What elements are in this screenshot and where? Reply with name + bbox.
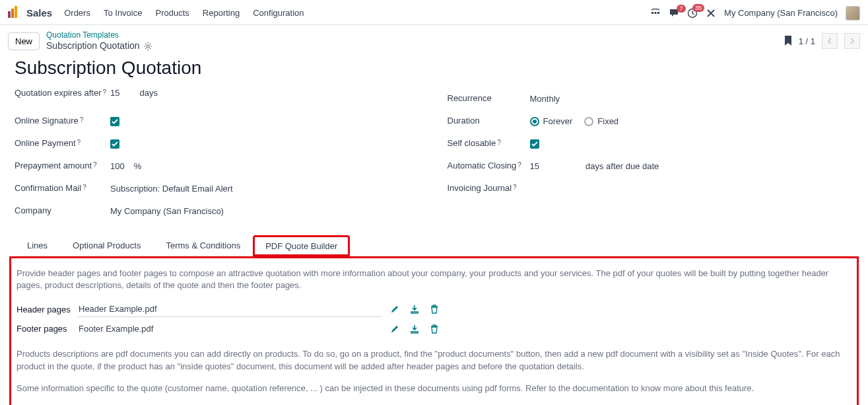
nav-reporting[interactable]: Reporting (203, 8, 240, 18)
help-icon[interactable]: ? (77, 138, 81, 149)
breadcrumb-parent[interactable]: Quotation Templates (46, 30, 152, 40)
shortcut-icon[interactable] (650, 9, 661, 18)
nav-orders[interactable]: Orders (64, 8, 90, 18)
download-header-icon[interactable] (410, 305, 419, 314)
value-mail[interactable]: Subscription: Default Email Alert (110, 184, 233, 194)
label-signature: Online Signature? (15, 116, 110, 127)
footer-pages-row: Footer pages (17, 321, 851, 336)
app-name[interactable]: Sales (26, 7, 52, 18)
form-body: Quotation expires after? 15 days Online … (0, 85, 868, 223)
label-footer-pages: Footer pages (17, 324, 77, 334)
new-button[interactable]: New (8, 32, 40, 50)
checkbox-selfclose[interactable] (530, 139, 539, 149)
app-logo-icon (8, 6, 20, 20)
label-header-pages: Header pages (17, 305, 77, 314)
nav-configuration[interactable]: Configuration (253, 8, 304, 18)
svg-rect-5 (657, 12, 659, 14)
svg-rect-2 (15, 6, 17, 18)
delete-footer-icon[interactable] (430, 324, 439, 334)
help-icon[interactable]: ? (93, 161, 97, 172)
label-payment: Online Payment? (15, 138, 110, 149)
breadcrumb-current-text: Subscription Quotation (46, 40, 140, 52)
svg-rect-0 (8, 11, 11, 18)
nav-products[interactable]: Products (155, 8, 189, 18)
bookmark-icon[interactable] (784, 36, 792, 46)
unit-prepayment: % (134, 161, 142, 171)
help-icon[interactable]: ? (83, 183, 86, 194)
value-expires[interactable]: 15 (110, 88, 119, 98)
label-duration: Duration (448, 116, 530, 127)
breadcrumb-current: Subscription Quotation (46, 40, 152, 52)
nav-to-invoice[interactable]: To Invoice (104, 8, 143, 18)
pager-counter[interactable]: 1 / 1 (799, 36, 815, 46)
label-journal: Invoicing Journal? (448, 183, 530, 194)
edit-footer-icon[interactable] (390, 324, 399, 334)
page-title: Subscription Quotation (0, 57, 868, 85)
tab-pdf-quote-builder[interactable]: PDF Quote Builder (253, 235, 350, 256)
help-icon[interactable]: ? (80, 116, 84, 127)
radio-forever-label: Forever (543, 116, 573, 126)
label-recurrence: Recurrence (448, 93, 530, 104)
company-selector[interactable]: My Company (San Francisco) (724, 8, 838, 18)
form-left-column: Quotation expires after? 15 days Online … (15, 88, 421, 223)
value-company[interactable]: My Company (San Francisco) (110, 206, 224, 216)
input-footer-file[interactable] (77, 321, 381, 336)
activity-badge: 35 (692, 4, 704, 13)
label-autoclose: Automatic Closing? (448, 161, 530, 172)
pager-next-button[interactable] (844, 33, 860, 49)
label-company: Company (15, 205, 110, 217)
activity-icon[interactable]: 35 (687, 8, 698, 18)
unit-expires: days (139, 88, 157, 98)
svg-point-7 (147, 45, 149, 48)
unit-autoclose: days after due date (585, 161, 659, 171)
label-mail: Confirmation Mail? (15, 183, 110, 194)
delete-header-icon[interactable] (430, 305, 439, 314)
help-icon[interactable]: ? (103, 88, 107, 99)
tab-optional-products[interactable]: Optional Products (60, 235, 153, 256)
value-prepayment[interactable]: 100 (110, 161, 125, 171)
form-right-column: Recurrence Monthly Duration Forever Fixe… (448, 88, 854, 223)
chat-badge: 7 (677, 5, 686, 13)
pdf-desc2-text: Products descriptions are pdf documents … (17, 348, 851, 373)
value-recurrence[interactable]: Monthly (530, 94, 560, 104)
tab-terms-conditions[interactable]: Terms & Conditions (153, 235, 253, 256)
value-autoclose[interactable]: 15 (530, 161, 539, 171)
svg-rect-4 (655, 12, 657, 14)
tab-lines[interactable]: Lines (15, 235, 60, 256)
label-prepayment: Prepayment amount? (15, 161, 110, 172)
help-icon[interactable]: ? (517, 161, 521, 172)
radio-fixed[interactable] (584, 117, 593, 126)
svg-rect-1 (11, 9, 14, 18)
checkbox-signature[interactable] (110, 117, 119, 126)
header-pages-row: Header pages (17, 301, 851, 317)
tabs-bar: Lines Optional Products Terms & Conditio… (15, 235, 853, 256)
pager-prev-button[interactable] (822, 33, 838, 49)
tab-content-pdf-builder: Provide header pages and footer pages to… (9, 256, 859, 406)
pdf-desc3-text: Some information specific to the quote (… (17, 383, 851, 395)
user-avatar[interactable] (846, 6, 860, 20)
input-header-file[interactable] (77, 301, 381, 317)
radio-fixed-label: Fixed (597, 116, 618, 126)
checkbox-payment[interactable] (110, 139, 119, 149)
tools-icon[interactable] (706, 8, 716, 18)
breadcrumb-bar: New Quotation Templates Subscription Quo… (0, 25, 868, 57)
svg-rect-3 (651, 12, 653, 14)
gear-icon[interactable] (144, 42, 152, 50)
download-footer-icon[interactable] (410, 324, 419, 334)
label-expires: Quotation expires after? (15, 88, 110, 99)
radio-forever[interactable] (530, 117, 539, 126)
chat-icon[interactable]: 7 (669, 9, 679, 18)
help-icon[interactable]: ? (497, 138, 501, 149)
label-selfclose: Self closable? (448, 138, 530, 149)
pdf-intro-text: Provide header pages and footer pages to… (17, 268, 851, 293)
edit-header-icon[interactable] (390, 305, 399, 314)
top-navbar: Sales Orders To Invoice Products Reporti… (0, 0, 868, 25)
help-icon[interactable]: ? (513, 183, 517, 194)
